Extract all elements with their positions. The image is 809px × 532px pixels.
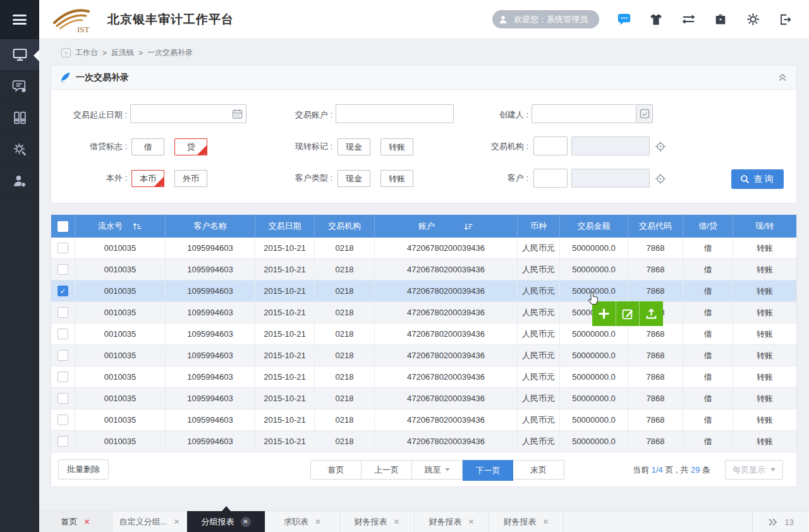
trade-org-code-input[interactable] <box>533 136 568 155</box>
table-row[interactable]: ✓001003510959946032015-10-21021847206780… <box>51 281 796 302</box>
row-checkbox[interactable] <box>58 414 68 425</box>
trade-account-input[interactable] <box>336 104 454 123</box>
table-row[interactable]: 001003510959946032015-10-210218472067802… <box>51 388 796 409</box>
trade-org-locate-button[interactable] <box>655 141 666 154</box>
table-cell: 人民币元 <box>518 409 560 431</box>
theme-button[interactable] <box>648 12 664 27</box>
row-checkbox[interactable] <box>58 307 68 318</box>
toggle-option-转账[interactable]: 转账 <box>380 138 413 155</box>
table-cell: 47206780200039436 <box>375 238 518 259</box>
row-checkbox[interactable] <box>58 350 68 361</box>
table-cell: 2015-10-21 <box>255 238 315 259</box>
sidebar-item-archives[interactable] <box>0 102 39 134</box>
breadcrumb-item[interactable]: 反洗钱 <box>111 47 134 58</box>
collapse-panel-button[interactable] <box>777 73 788 82</box>
upload-button[interactable] <box>639 301 663 326</box>
logout-button[interactable] <box>777 12 793 27</box>
table-row[interactable]: 001003510959946032015-10-210218472067802… <box>51 323 796 345</box>
column-header-1[interactable]: 流水号 <box>75 215 166 238</box>
row-checkbox[interactable] <box>58 264 68 275</box>
toggle-option-外币[interactable]: 外币 <box>174 170 207 187</box>
row-checkbox[interactable] <box>58 329 68 339</box>
table-cell: 借 <box>683 323 733 345</box>
table-row[interactable]: 001003510959946032015-10-210218472067802… <box>51 409 796 431</box>
toggle-option-贷[interactable]: 贷 <box>174 138 207 155</box>
hidden-tabs-count: 13 <box>784 517 793 527</box>
prev-page-button[interactable]: 上一页 <box>362 461 412 479</box>
trade-org-name-input <box>571 136 650 155</box>
tab-close-icon[interactable]: ✕ <box>315 518 321 526</box>
sidebar-item-system-tools[interactable] <box>0 134 39 166</box>
row-checkbox[interactable] <box>58 372 68 382</box>
toggle-option-现金[interactable]: 现金 <box>338 138 370 155</box>
workbox-button[interactable] <box>713 12 728 27</box>
column-header-4[interactable]: 交易机构 <box>315 215 375 238</box>
column-header-5[interactable]: 账户 <box>375 215 518 238</box>
messages-button[interactable] <box>616 12 631 27</box>
add-button[interactable] <box>592 301 616 326</box>
tab-7[interactable]: 财务报表✕ <box>489 511 564 532</box>
edit-button[interactable] <box>616 301 640 326</box>
row-checkbox[interactable] <box>58 393 68 404</box>
column-header-10[interactable]: 现/转 <box>733 215 796 238</box>
tab-5[interactable]: 财务报表✕ <box>340 511 415 532</box>
creator-picker-button[interactable] <box>636 104 653 123</box>
toggle-option-转账[interactable]: 转账 <box>380 170 413 187</box>
creator-input[interactable] <box>532 104 636 123</box>
row-checkbox[interactable] <box>58 243 68 253</box>
tab-close-icon[interactable]: ✕ <box>393 518 399 526</box>
page-size-select[interactable]: 每页显示 <box>725 460 783 480</box>
menu-toggle-button[interactable] <box>0 0 39 39</box>
row-checkbox[interactable] <box>58 436 68 447</box>
sidebar-item-user-admin[interactable] <box>0 166 39 197</box>
column-header-2[interactable]: 客户名称 <box>166 215 255 238</box>
customer-locate-button[interactable] <box>655 173 666 186</box>
jump-to-button[interactable]: 跳至 <box>412 461 463 479</box>
toggle-option-本币[interactable]: 本币 <box>131 170 164 187</box>
breadcrumb-item[interactable]: 工作台 <box>75 47 98 58</box>
tab-4[interactable]: 求职表✕ <box>265 511 340 532</box>
column-header-7[interactable]: 交易金额 <box>560 215 628 238</box>
table-row[interactable]: 001003510959946032015-10-210218472067802… <box>51 302 796 323</box>
tab-close-icon[interactable]: ✕ <box>241 517 251 527</box>
tab-label: 财务报表 <box>354 516 387 528</box>
customer-code-input[interactable] <box>533 169 568 188</box>
column-header-9[interactable]: 借/贷 <box>683 215 733 238</box>
select-all-checkbox[interactable] <box>58 221 68 232</box>
date-range-input[interactable] <box>130 104 246 123</box>
row-checkbox[interactable]: ✓ <box>58 286 68 296</box>
user-welcome-pill[interactable]: 欢迎您：系统管理员 <box>492 10 599 28</box>
column-header-6[interactable]: 币种 <box>518 215 560 238</box>
tabs-overflow-button[interactable]: 13 <box>752 511 809 532</box>
next-page-button[interactable]: 下一页 <box>463 460 513 481</box>
batch-delete-button[interactable]: 批量删除 <box>58 459 109 480</box>
tab-2[interactable]: 自定义分组...✕ <box>113 511 187 532</box>
column-header-8[interactable]: 交易代码 <box>628 215 683 238</box>
settings-button[interactable] <box>745 12 760 27</box>
trade-org-label: 交易机构 : <box>446 141 528 152</box>
toggle-option-现金[interactable]: 现金 <box>338 170 370 187</box>
tab-close-icon[interactable]: ✕ <box>173 518 179 526</box>
sidebar-item-message-settings[interactable] <box>0 71 39 102</box>
tab-close-icon[interactable]: ✕ <box>468 518 474 526</box>
breadcrumb-item[interactable]: 一次交易补录 <box>147 47 193 58</box>
first-page-button[interactable]: 首页 <box>311 461 362 479</box>
table-row[interactable]: 001003510959946032015-10-210218472067802… <box>51 431 796 452</box>
search-button[interactable]: 查询 <box>731 169 784 189</box>
switch-button[interactable] <box>681 12 696 27</box>
table-row[interactable]: 001003510959946032015-10-210218472067802… <box>51 345 796 366</box>
welcome-text: 欢迎您：系统管理员 <box>514 14 588 25</box>
tab-3[interactable]: 分组报表✕ <box>187 511 265 532</box>
tab-1[interactable]: 首页✕ <box>39 511 113 532</box>
tab-close-icon[interactable]: ✕ <box>542 518 549 526</box>
total-count: 29 <box>691 465 700 475</box>
tab-6[interactable]: 财务报表✕ <box>415 511 489 532</box>
column-header-3[interactable]: 交易日期 <box>255 215 315 238</box>
tab-close-icon[interactable]: ✕ <box>83 518 90 526</box>
table-row[interactable]: 001003510959946032015-10-210218472067802… <box>51 259 796 281</box>
table-cell: 0010035 <box>75 409 166 431</box>
table-row[interactable]: 001003510959946032015-10-210218472067802… <box>51 366 796 388</box>
table-row[interactable]: 001003510959946032015-10-210218472067802… <box>51 238 796 259</box>
last-page-button[interactable]: 末页 <box>513 461 564 479</box>
toggle-option-借[interactable]: 借 <box>131 138 164 155</box>
